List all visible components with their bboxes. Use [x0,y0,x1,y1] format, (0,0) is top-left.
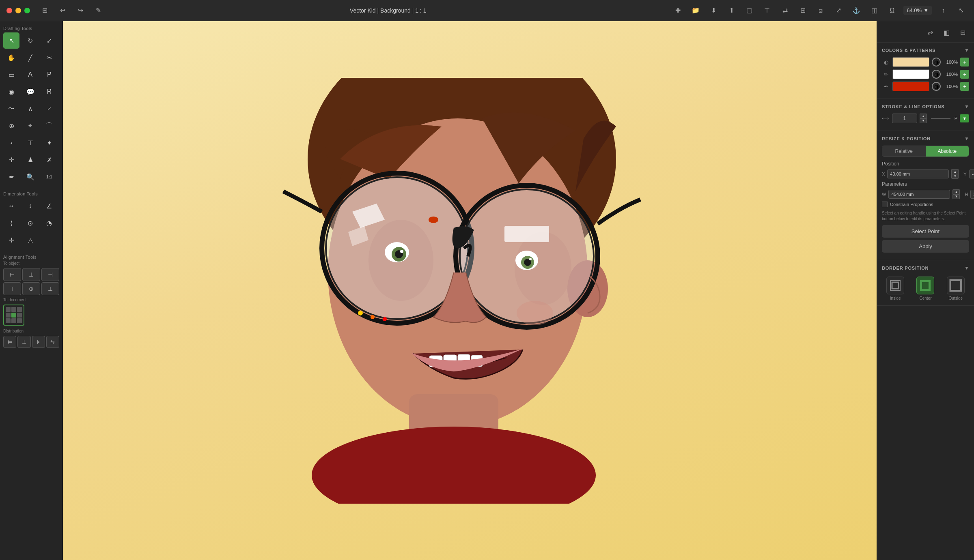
triangle-dim-tool[interactable]: △ [22,232,39,248]
close-button[interactable] [6,8,12,13]
y-input[interactable] [969,170,974,178]
crop-tool[interactable]: ⤢ [41,32,57,49]
text-tool[interactable]: A [22,67,39,83]
zoom-display[interactable]: 64.0% ▼ [903,6,932,15]
pen-add-btn[interactable]: + [960,82,969,91]
doc-center-grid[interactable] [3,305,24,326]
fill-swatch[interactable] [892,57,929,67]
canvas-area[interactable] [63,21,877,560]
stroke-width-up[interactable]: ▲ [920,114,927,118]
grid2-icon[interactable]: ⧈ [814,4,827,17]
eyedrop-tool[interactable]: ✒ [3,169,19,185]
sparkle-tool[interactable]: ⋆ [3,135,19,151]
resize-collapse-btn[interactable]: ▼ [964,136,969,142]
distrib-left[interactable]: ⊨ [3,336,16,348]
h-input[interactable] [970,190,974,199]
wave-tool[interactable]: 〜 [3,101,19,117]
w-down[interactable]: ▼ [952,194,960,199]
slash-tool[interactable]: ⟋ [41,101,57,117]
align-top-obj[interactable]: ⊤ [3,282,21,295]
distrib-spread[interactable]: ⇆ [46,336,59,348]
colors-collapse-btn[interactable]: ▼ [964,47,969,53]
stroke-width-input[interactable] [892,114,917,123]
script-icon[interactable]: Ω [886,4,899,17]
hand-tool[interactable]: ✋ [3,49,19,66]
sidebar-toggle-btn[interactable]: ⊞ [38,4,51,17]
dim-arc-tool[interactable]: ◔ [41,215,57,231]
stroke-half-circle-btn[interactable]: ◑ [932,70,941,79]
stroke-swatch[interactable] [892,69,929,79]
delete-tool[interactable]: ✗ [41,152,57,168]
select-tool[interactable]: ↖ [3,32,19,49]
line-tool[interactable]: ╱ [22,49,39,66]
rect-tool[interactable]: ▭ [3,67,19,83]
export-icon[interactable]: ⬇ [707,4,720,17]
magnify-tool[interactable]: 🔍 [22,169,39,185]
nodes-tool[interactable]: ⊤ [22,135,39,151]
border-outside-option[interactable]: Outside [947,277,965,300]
border-center-option[interactable]: Center [916,277,934,300]
align-top-icon[interactable]: ⊤ [761,4,774,17]
apply-btn[interactable]: Apply [882,240,969,253]
path-tool[interactable]: P [41,67,57,83]
dim-circle-tool[interactable]: ⊙ [22,215,39,231]
arc-tool[interactable]: ⌒ [41,118,57,134]
dim-h-tool[interactable]: ↔ [3,198,19,214]
fill-half-circle-btn[interactable]: ◑ [932,58,941,67]
align-center-h-obj[interactable]: ⊥ [22,268,40,281]
person-tool[interactable]: ♟ [22,152,39,168]
border-inside-option[interactable]: Inside [886,277,904,300]
arch-tool[interactable]: ∧ [22,101,39,117]
dim-v-tool[interactable]: ↕ [22,198,39,214]
stroke-width-down[interactable]: ▼ [920,118,927,123]
speech-bubble-tool[interactable]: 💬 [22,84,39,100]
star5-tool[interactable]: ⊕ [3,118,19,134]
redo-btn[interactable]: ↪ [74,4,87,17]
share-btn[interactable]: ↑ [937,4,950,17]
align-center-v-obj[interactable]: ⊕ [22,282,40,295]
constrain-checkbox[interactable] [882,202,888,207]
fill-add-btn[interactable]: + [960,58,969,67]
share-icon[interactable]: ⬆ [725,4,738,17]
layers-icon-btn[interactable]: ◧ [940,26,953,39]
grid3-icon-btn[interactable]: ⊞ [956,26,969,39]
x-input[interactable] [887,170,949,178]
circle-tool[interactable]: ◉ [3,84,19,100]
w-input[interactable] [888,190,950,199]
align-left-obj[interactable]: ⊢ [3,268,21,281]
align-right-obj[interactable]: ⊣ [41,268,59,281]
rect-tool[interactable]: ▢ [743,4,756,17]
x-down[interactable]: ▼ [951,174,959,179]
multi-select-tool[interactable]: ✛ [3,152,19,168]
undo-btn[interactable]: ↩ [56,4,69,17]
border-collapse-btn[interactable]: ▼ [964,265,969,271]
pen-swatch[interactable] [892,82,929,91]
stroke-add-btn[interactable]: + [960,70,969,79]
w-up[interactable]: ▲ [952,189,960,194]
star6-tool[interactable]: ✦ [41,135,57,151]
scissors-tool[interactable]: ✂ [41,49,57,66]
transform-icon[interactable]: ⤢ [832,4,845,17]
dim-curve-tool[interactable]: ⟨ [3,215,19,231]
layers-icon[interactable]: ◫ [868,4,881,17]
flip-h-icon[interactable]: ⇄ [778,4,791,17]
folder-icon[interactable]: 📁 [689,4,702,17]
dim-angle-tool[interactable]: ∠ [41,198,57,214]
relative-btn[interactable]: Relative [882,146,926,157]
pen-tool-indicator[interactable]: ✎ [92,4,105,17]
distrib-center-h[interactable]: ⊥ [17,336,30,348]
filter-icon-btn[interactable]: ⇄ [924,26,937,39]
pen-half-circle-btn[interactable]: ◑ [932,82,941,91]
node-tool[interactable]: R [41,84,57,100]
stroke-collapse-btn[interactable]: ▼ [964,104,969,109]
absolute-btn[interactable]: Absolute [926,146,969,157]
anchor-points-tool[interactable]: ⌖ [22,118,39,134]
minimize-button[interactable] [15,8,21,13]
fullscreen-btn[interactable]: ⤡ [955,4,968,17]
maximize-button[interactable] [24,8,30,13]
anchor-icon[interactable]: ⚓ [850,4,863,17]
rotate-tool[interactable]: ↻ [22,32,39,49]
stroke-type-select[interactable]: ▼ [960,114,969,122]
grid-icon[interactable]: ⊞ [796,4,809,17]
align-bottom-obj[interactable]: ⊥ [41,282,59,295]
